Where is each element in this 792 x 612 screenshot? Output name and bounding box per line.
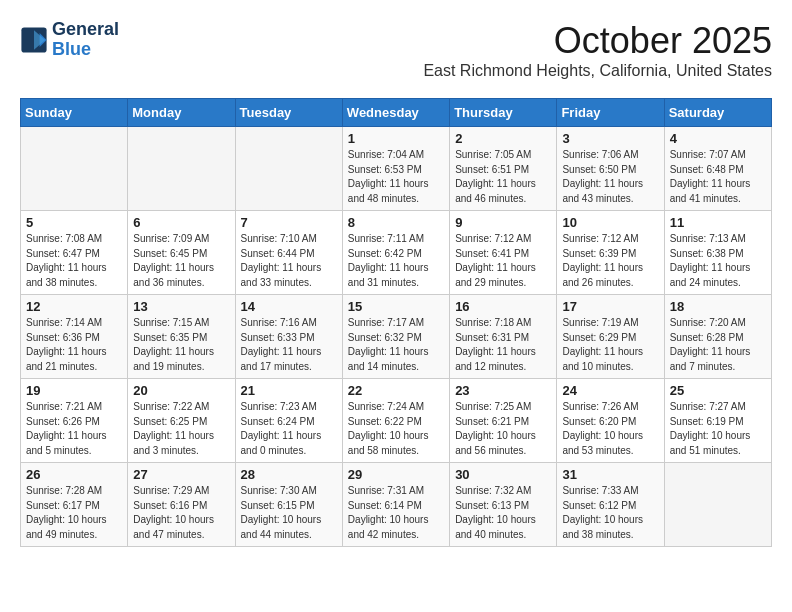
day-number: 27 [133, 467, 229, 482]
day-number: 23 [455, 383, 551, 398]
day-number: 5 [26, 215, 122, 230]
day-number: 1 [348, 131, 444, 146]
day-info: Sunrise: 7:33 AM Sunset: 6:12 PM Dayligh… [562, 484, 658, 542]
day-info: Sunrise: 7:14 AM Sunset: 6:36 PM Dayligh… [26, 316, 122, 374]
calendar-cell [21, 127, 128, 211]
day-number: 30 [455, 467, 551, 482]
calendar-cell: 9Sunrise: 7:12 AM Sunset: 6:41 PM Daylig… [450, 211, 557, 295]
day-info: Sunrise: 7:19 AM Sunset: 6:29 PM Dayligh… [562, 316, 658, 374]
calendar-cell: 24Sunrise: 7:26 AM Sunset: 6:20 PM Dayli… [557, 379, 664, 463]
location-title: East Richmond Heights, California, Unite… [423, 62, 772, 80]
day-info: Sunrise: 7:30 AM Sunset: 6:15 PM Dayligh… [241, 484, 337, 542]
day-info: Sunrise: 7:07 AM Sunset: 6:48 PM Dayligh… [670, 148, 766, 206]
calendar-cell: 3Sunrise: 7:06 AM Sunset: 6:50 PM Daylig… [557, 127, 664, 211]
calendar-week-5: 26Sunrise: 7:28 AM Sunset: 6:17 PM Dayli… [21, 463, 772, 547]
day-number: 11 [670, 215, 766, 230]
calendar-cell: 2Sunrise: 7:05 AM Sunset: 6:51 PM Daylig… [450, 127, 557, 211]
day-info: Sunrise: 7:21 AM Sunset: 6:26 PM Dayligh… [26, 400, 122, 458]
calendar-cell: 10Sunrise: 7:12 AM Sunset: 6:39 PM Dayli… [557, 211, 664, 295]
day-number: 25 [670, 383, 766, 398]
calendar-table: SundayMondayTuesdayWednesdayThursdayFrid… [20, 98, 772, 547]
day-number: 19 [26, 383, 122, 398]
month-title: October 2025 [423, 20, 772, 62]
calendar-cell: 13Sunrise: 7:15 AM Sunset: 6:35 PM Dayli… [128, 295, 235, 379]
day-info: Sunrise: 7:16 AM Sunset: 6:33 PM Dayligh… [241, 316, 337, 374]
day-info: Sunrise: 7:27 AM Sunset: 6:19 PM Dayligh… [670, 400, 766, 458]
calendar-cell: 27Sunrise: 7:29 AM Sunset: 6:16 PM Dayli… [128, 463, 235, 547]
day-number: 3 [562, 131, 658, 146]
calendar-cell: 8Sunrise: 7:11 AM Sunset: 6:42 PM Daylig… [342, 211, 449, 295]
calendar-cell: 29Sunrise: 7:31 AM Sunset: 6:14 PM Dayli… [342, 463, 449, 547]
day-info: Sunrise: 7:13 AM Sunset: 6:38 PM Dayligh… [670, 232, 766, 290]
day-info: Sunrise: 7:17 AM Sunset: 6:32 PM Dayligh… [348, 316, 444, 374]
day-number: 7 [241, 215, 337, 230]
calendar-cell: 11Sunrise: 7:13 AM Sunset: 6:38 PM Dayli… [664, 211, 771, 295]
weekday-header-thursday: Thursday [450, 99, 557, 127]
day-info: Sunrise: 7:15 AM Sunset: 6:35 PM Dayligh… [133, 316, 229, 374]
day-number: 21 [241, 383, 337, 398]
day-info: Sunrise: 7:12 AM Sunset: 6:41 PM Dayligh… [455, 232, 551, 290]
day-number: 26 [26, 467, 122, 482]
calendar-week-2: 5Sunrise: 7:08 AM Sunset: 6:47 PM Daylig… [21, 211, 772, 295]
day-number: 8 [348, 215, 444, 230]
day-info: Sunrise: 7:23 AM Sunset: 6:24 PM Dayligh… [241, 400, 337, 458]
day-number: 4 [670, 131, 766, 146]
day-number: 17 [562, 299, 658, 314]
day-number: 14 [241, 299, 337, 314]
weekday-header-wednesday: Wednesday [342, 99, 449, 127]
calendar-cell: 1Sunrise: 7:04 AM Sunset: 6:53 PM Daylig… [342, 127, 449, 211]
calendar-cell: 6Sunrise: 7:09 AM Sunset: 6:45 PM Daylig… [128, 211, 235, 295]
calendar-cell: 23Sunrise: 7:25 AM Sunset: 6:21 PM Dayli… [450, 379, 557, 463]
calendar-cell: 15Sunrise: 7:17 AM Sunset: 6:32 PM Dayli… [342, 295, 449, 379]
day-info: Sunrise: 7:22 AM Sunset: 6:25 PM Dayligh… [133, 400, 229, 458]
day-info: Sunrise: 7:24 AM Sunset: 6:22 PM Dayligh… [348, 400, 444, 458]
day-number: 12 [26, 299, 122, 314]
calendar-cell: 12Sunrise: 7:14 AM Sunset: 6:36 PM Dayli… [21, 295, 128, 379]
day-number: 16 [455, 299, 551, 314]
general-blue-icon [20, 26, 48, 54]
calendar-cell: 18Sunrise: 7:20 AM Sunset: 6:28 PM Dayli… [664, 295, 771, 379]
day-info: Sunrise: 7:20 AM Sunset: 6:28 PM Dayligh… [670, 316, 766, 374]
day-info: Sunrise: 7:26 AM Sunset: 6:20 PM Dayligh… [562, 400, 658, 458]
day-info: Sunrise: 7:11 AM Sunset: 6:42 PM Dayligh… [348, 232, 444, 290]
calendar-cell: 30Sunrise: 7:32 AM Sunset: 6:13 PM Dayli… [450, 463, 557, 547]
weekday-header-monday: Monday [128, 99, 235, 127]
calendar-cell: 14Sunrise: 7:16 AM Sunset: 6:33 PM Dayli… [235, 295, 342, 379]
day-number: 20 [133, 383, 229, 398]
calendar-week-4: 19Sunrise: 7:21 AM Sunset: 6:26 PM Dayli… [21, 379, 772, 463]
calendar-cell: 7Sunrise: 7:10 AM Sunset: 6:44 PM Daylig… [235, 211, 342, 295]
day-number: 13 [133, 299, 229, 314]
weekday-header-tuesday: Tuesday [235, 99, 342, 127]
day-info: Sunrise: 7:28 AM Sunset: 6:17 PM Dayligh… [26, 484, 122, 542]
calendar-cell: 4Sunrise: 7:07 AM Sunset: 6:48 PM Daylig… [664, 127, 771, 211]
day-number: 2 [455, 131, 551, 146]
calendar-cell: 19Sunrise: 7:21 AM Sunset: 6:26 PM Dayli… [21, 379, 128, 463]
logo: General Blue [20, 20, 119, 60]
day-number: 15 [348, 299, 444, 314]
weekday-header-friday: Friday [557, 99, 664, 127]
day-number: 28 [241, 467, 337, 482]
calendar-cell [664, 463, 771, 547]
logo-line1: General [52, 19, 119, 39]
calendar-cell: 26Sunrise: 7:28 AM Sunset: 6:17 PM Dayli… [21, 463, 128, 547]
day-number: 18 [670, 299, 766, 314]
calendar-cell: 17Sunrise: 7:19 AM Sunset: 6:29 PM Dayli… [557, 295, 664, 379]
calendar-cell: 5Sunrise: 7:08 AM Sunset: 6:47 PM Daylig… [21, 211, 128, 295]
calendar-cell: 28Sunrise: 7:30 AM Sunset: 6:15 PM Dayli… [235, 463, 342, 547]
weekday-header-sunday: Sunday [21, 99, 128, 127]
day-info: Sunrise: 7:29 AM Sunset: 6:16 PM Dayligh… [133, 484, 229, 542]
day-info: Sunrise: 7:10 AM Sunset: 6:44 PM Dayligh… [241, 232, 337, 290]
day-info: Sunrise: 7:06 AM Sunset: 6:50 PM Dayligh… [562, 148, 658, 206]
calendar-cell: 22Sunrise: 7:24 AM Sunset: 6:22 PM Dayli… [342, 379, 449, 463]
day-number: 6 [133, 215, 229, 230]
day-info: Sunrise: 7:08 AM Sunset: 6:47 PM Dayligh… [26, 232, 122, 290]
weekday-header-saturday: Saturday [664, 99, 771, 127]
day-number: 9 [455, 215, 551, 230]
day-info: Sunrise: 7:05 AM Sunset: 6:51 PM Dayligh… [455, 148, 551, 206]
day-number: 10 [562, 215, 658, 230]
day-info: Sunrise: 7:12 AM Sunset: 6:39 PM Dayligh… [562, 232, 658, 290]
day-number: 31 [562, 467, 658, 482]
calendar-cell: 25Sunrise: 7:27 AM Sunset: 6:19 PM Dayli… [664, 379, 771, 463]
day-info: Sunrise: 7:18 AM Sunset: 6:31 PM Dayligh… [455, 316, 551, 374]
day-info: Sunrise: 7:32 AM Sunset: 6:13 PM Dayligh… [455, 484, 551, 542]
